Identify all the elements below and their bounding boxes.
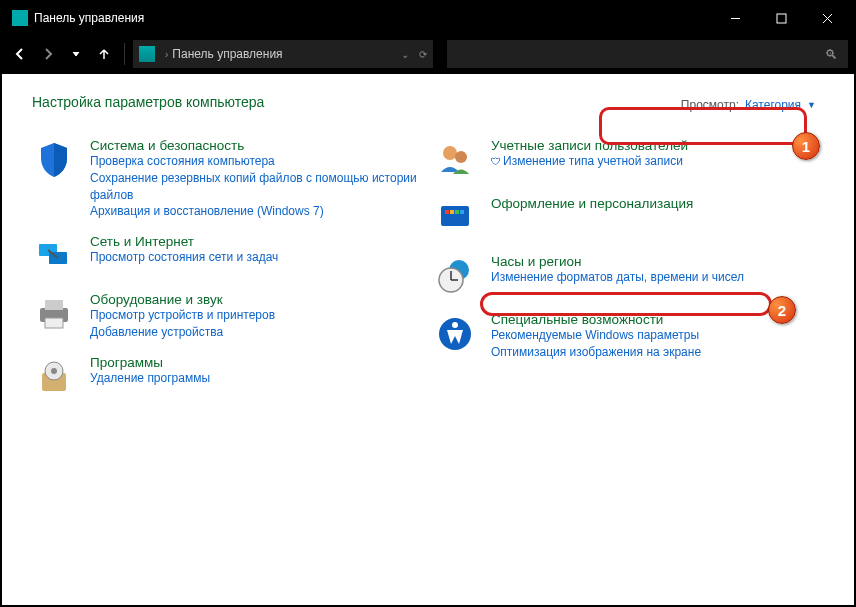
svg-rect-19: [460, 210, 464, 214]
appearance-icon: [433, 196, 477, 240]
category-programs: Программы Удаление программы: [32, 355, 423, 399]
svg-rect-15: [441, 206, 469, 226]
category-link[interactable]: Сохранение резервных копий файлов с помо…: [90, 170, 423, 204]
view-selector[interactable]: Просмотр: Категория ▼: [673, 94, 824, 116]
content-area: Настройка параметров компьютера Просмотр…: [2, 74, 854, 605]
window-title: Панель управления: [34, 11, 712, 25]
category-title[interactable]: Учетные записи пользователей: [491, 138, 688, 153]
svg-point-13: [443, 146, 457, 160]
category-clock-region: Часы и регион Изменение форматов даты, в…: [433, 254, 824, 298]
close-button[interactable]: [804, 2, 850, 34]
category-link[interactable]: Рекомендуемые Windows параметры: [491, 327, 701, 344]
control-panel-icon: [139, 46, 155, 62]
programs-icon: [32, 355, 76, 399]
page-title: Настройка параметров компьютера: [32, 94, 673, 110]
category-appearance: Оформление и персонализация: [433, 196, 824, 240]
badge-2: 2: [768, 296, 796, 324]
category-title[interactable]: Система и безопасность: [90, 138, 244, 153]
recent-button[interactable]: [64, 42, 88, 66]
category-hardware: Оборудование и звук Просмотр устройств и…: [32, 292, 423, 341]
printer-icon: [32, 292, 76, 336]
category-title[interactable]: Сеть и Интернет: [90, 234, 194, 249]
address-controls: ⌄ ⟳: [401, 49, 427, 60]
up-button[interactable]: [92, 42, 116, 66]
category-user-accounts: Учетные записи пользователей 🛡Изменение …: [433, 138, 824, 182]
left-column: Система и безопасность Проверка состояни…: [32, 138, 423, 413]
category-title[interactable]: Оформление и персонализация: [491, 196, 693, 211]
category-title[interactable]: Оборудование и звук: [90, 292, 223, 307]
category-link[interactable]: Просмотр состояния сети и задач: [90, 249, 278, 266]
svg-rect-9: [45, 318, 63, 328]
window: Панель управления › Панель управления ⌄ …: [0, 0, 856, 607]
separator: [124, 43, 125, 65]
users-icon: [433, 138, 477, 182]
category-link[interactable]: Добавление устройства: [90, 324, 275, 341]
search-input[interactable]: 🔍︎: [447, 40, 848, 68]
svg-point-25: [452, 322, 458, 328]
category-title[interactable]: Часы и регион: [491, 254, 581, 269]
svg-rect-1: [777, 14, 786, 23]
forward-button[interactable]: [36, 42, 60, 66]
back-button[interactable]: [8, 42, 32, 66]
category-link[interactable]: Просмотр устройств и принтеров: [90, 307, 275, 324]
svg-rect-8: [45, 300, 63, 310]
svg-rect-18: [455, 210, 459, 214]
view-value: Категория: [745, 98, 801, 112]
chevron-down-icon[interactable]: ⌄: [401, 49, 409, 60]
view-label: Просмотр:: [681, 98, 739, 112]
titlebar: Панель управления: [2, 2, 854, 34]
uac-shield-icon: 🛡: [491, 156, 501, 167]
svg-point-12: [51, 368, 57, 374]
category-network: Сеть и Интернет Просмотр состояния сети …: [32, 234, 423, 278]
category-link[interactable]: Проверка состояния компьютера: [90, 153, 423, 170]
svg-rect-16: [445, 210, 449, 214]
category-ease-of-access: Специальные возможности Рекомендуемые Wi…: [433, 312, 824, 361]
minimize-button[interactable]: [712, 2, 758, 34]
right-column: Учетные записи пользователей 🛡Изменение …: [433, 138, 824, 413]
breadcrumb[interactable]: Панель управления: [172, 47, 282, 61]
address-bar[interactable]: › Панель управления ⌄ ⟳: [133, 40, 433, 68]
category-title[interactable]: Специальные возможности: [491, 312, 663, 327]
shield-icon: [32, 138, 76, 182]
category-link[interactable]: Изменение форматов даты, времени и чисел: [491, 269, 744, 286]
clock-icon: [433, 254, 477, 298]
category-system-security: Система и безопасность Проверка состояни…: [32, 138, 423, 220]
accessibility-icon: [433, 312, 477, 356]
svg-rect-17: [450, 210, 454, 214]
category-title[interactable]: Программы: [90, 355, 163, 370]
category-link[interactable]: 🛡Изменение типа учетной записи: [491, 153, 688, 170]
navbar: › Панель управления ⌄ ⟳ 🔍︎: [2, 34, 854, 74]
badge-1: 1: [792, 132, 820, 160]
category-link[interactable]: Архивация и восстановление (Windows 7): [90, 203, 423, 220]
maximize-button[interactable]: [758, 2, 804, 34]
chevron-right-icon: ›: [165, 49, 168, 60]
svg-point-14: [455, 151, 467, 163]
app-icon: [12, 10, 28, 26]
category-link[interactable]: Оптимизация изображения на экране: [491, 344, 701, 361]
chevron-down-icon: ▼: [807, 100, 816, 110]
search-icon: 🔍︎: [825, 47, 838, 62]
category-link[interactable]: Удаление программы: [90, 370, 210, 387]
refresh-icon[interactable]: ⟳: [419, 49, 427, 60]
network-icon: [32, 234, 76, 278]
